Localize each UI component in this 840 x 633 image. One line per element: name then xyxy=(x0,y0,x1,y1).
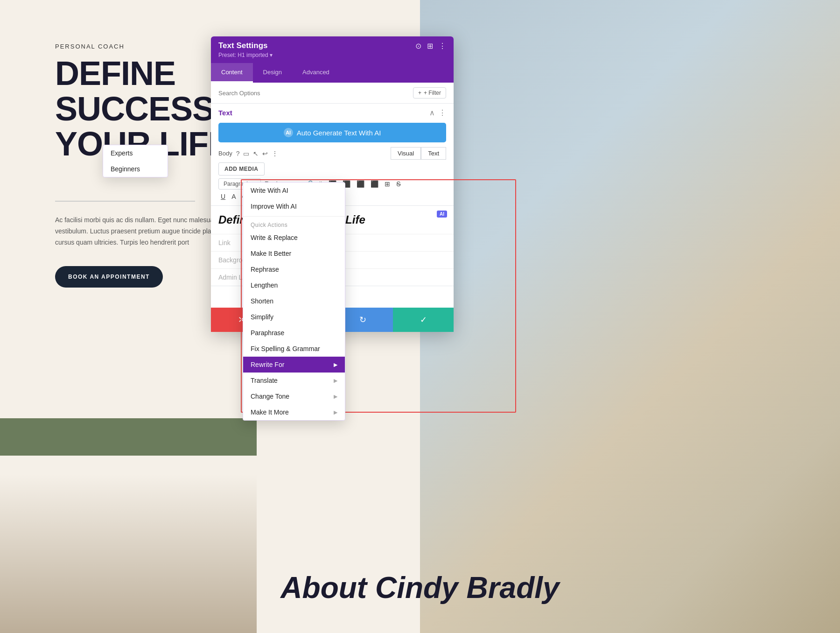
rephrase-label: Rephrase xyxy=(251,266,279,273)
save-action-button[interactable]: ✓ xyxy=(393,308,454,332)
body-label: Body xyxy=(218,150,232,157)
improve-with-ai-label: Improve With AI xyxy=(251,203,297,210)
make-better-label: Make It Better xyxy=(251,250,291,257)
text-section-header: Text ∧ ⋮ xyxy=(211,104,454,120)
tab-content[interactable]: Content xyxy=(211,63,253,83)
visual-mode-button[interactable]: Visual xyxy=(391,147,421,160)
panel-icon-columns[interactable]: ⊞ xyxy=(427,42,433,50)
section-header-icons: ∧ ⋮ xyxy=(429,108,446,117)
dropdown-item-rewrite-for[interactable]: Rewrite For ▶ xyxy=(243,357,345,373)
rewrite-for-submenu: Experts Beginners xyxy=(103,145,168,177)
panel-preset[interactable]: Preset: H1 imported ▾ xyxy=(218,52,446,58)
panel-tabs: Content Design Advanced xyxy=(211,63,454,83)
submenu-item-beginners[interactable]: Beginners xyxy=(103,161,168,177)
panel-icon-target[interactable]: ⊙ xyxy=(415,42,421,50)
site-divider xyxy=(55,201,195,202)
strikethrough-button[interactable]: S xyxy=(394,179,403,189)
dropdown-item-fix-spelling[interactable]: Fix Spelling & Grammar xyxy=(243,341,345,357)
ai-indicator-badge: AI xyxy=(437,211,447,218)
dropdown-item-translate[interactable]: Translate ▶ xyxy=(243,373,345,388)
ai-icon: AI xyxy=(284,128,293,137)
color-button[interactable]: A xyxy=(229,191,238,202)
panel-header-icons: ⊙ ⊞ ⋮ xyxy=(415,42,446,50)
editor-mode-buttons: Visual Text xyxy=(391,147,446,160)
bg-right xyxy=(420,0,840,633)
align-justify-button[interactable]: ⬛ xyxy=(368,179,381,189)
ai-generate-label: Auto Generate Text With AI xyxy=(297,129,381,137)
text-mode-button[interactable]: Text xyxy=(421,147,446,160)
table-button[interactable]: ⊞ xyxy=(382,179,392,189)
site-cta-button[interactable]: BOOK AN APPOINTMENT xyxy=(55,266,163,288)
translate-chevron: ▶ xyxy=(334,378,337,384)
device-icon[interactable]: ▭ xyxy=(243,150,249,157)
more-icon-toolbar[interactable]: ⋮ xyxy=(272,150,278,157)
beginners-label: Beginners xyxy=(111,165,140,173)
align-right-button[interactable]: ⬛ xyxy=(354,179,367,189)
experts-label: Experts xyxy=(111,149,133,157)
cursor-icon[interactable]: ↖ xyxy=(253,150,259,157)
site-bottom-band xyxy=(0,418,257,456)
underline-button[interactable]: U xyxy=(218,191,228,202)
text-section-label: Text xyxy=(218,109,232,117)
panel-header: Text Settings ⊙ ⊞ ⋮ Preset: H1 imported … xyxy=(211,36,454,63)
make-more-label: Make It More xyxy=(251,408,289,416)
rewrite-for-chevron: ▶ xyxy=(334,362,337,368)
dropdown-item-write-with-ai[interactable]: Write With AI xyxy=(243,183,345,198)
toolbar-row1: Body ? ▭ ↖ ↩ ⋮ Visual Text xyxy=(218,147,446,160)
change-tone-label: Change Tone xyxy=(251,393,289,400)
undo-icon[interactable]: ↩ xyxy=(262,150,268,157)
panel-search-bar: + + Filter xyxy=(211,83,454,104)
dropdown-item-make-more[interactable]: Make It More ▶ xyxy=(243,404,345,420)
write-with-ai-label: Write With AI xyxy=(251,187,288,194)
dropdown-item-rephrase[interactable]: Rephrase xyxy=(243,261,345,277)
dropdown-item-improve-with-ai[interactable]: Improve With AI xyxy=(243,198,345,214)
collapse-icon[interactable]: ∧ xyxy=(429,108,435,117)
dropdown-item-simplify[interactable]: Simplify xyxy=(243,309,345,325)
rewrite-for-label: Rewrite For xyxy=(251,361,284,368)
site-personal-coach: PERSONAL COACH xyxy=(55,43,125,50)
site-about-text: About Cindy Bradly xyxy=(280,570,559,605)
write-replace-label: Write & Replace xyxy=(251,234,298,241)
ai-generate-button[interactable]: AI Auto Generate Text With AI xyxy=(218,123,446,142)
change-tone-chevron: ▶ xyxy=(334,394,337,400)
fix-spelling-label: Fix Spelling & Grammar xyxy=(251,345,320,352)
dropdown-item-make-better[interactable]: Make It Better xyxy=(243,246,345,261)
add-media-button[interactable]: ADD MEDIA xyxy=(218,162,265,176)
dropdown-item-write-replace[interactable]: Write & Replace xyxy=(243,230,345,246)
quick-actions-label: Quick Actions xyxy=(243,218,345,230)
dropdown-item-change-tone[interactable]: Change Tone ▶ xyxy=(243,388,345,404)
section-more-icon[interactable]: ⋮ xyxy=(439,108,446,117)
lengthen-label: Lengthen xyxy=(251,281,278,289)
paraphrase-label: Paraphrase xyxy=(251,329,284,337)
dropdown-item-shorten[interactable]: Shorten xyxy=(243,293,345,309)
site-body-text: Ac facilisi morbi quis ac dis nullam. Eg… xyxy=(55,215,232,248)
search-input[interactable] xyxy=(218,90,400,97)
panel-title: Text Settings xyxy=(218,41,267,50)
ai-dropdown-menu: Write With AI Improve With AI Quick Acti… xyxy=(243,182,345,421)
tab-advanced[interactable]: Advanced xyxy=(292,63,340,83)
simplify-label: Simplify xyxy=(251,313,273,321)
redo-icon-bar: ↻ xyxy=(359,315,366,325)
panel-icon-more[interactable]: ⋮ xyxy=(439,42,446,50)
help-icon-sm[interactable]: ? xyxy=(236,150,240,157)
check-icon-bar: ✓ xyxy=(420,315,427,325)
shorten-label: Shorten xyxy=(251,297,273,305)
submenu-item-experts[interactable]: Experts xyxy=(103,145,168,161)
bg-blur-overlay xyxy=(0,474,257,633)
filter-plus-icon: + xyxy=(418,90,421,96)
filter-button[interactable]: + + Filter xyxy=(413,87,446,98)
make-more-chevron: ▶ xyxy=(334,409,337,415)
dropdown-item-lengthen[interactable]: Lengthen xyxy=(243,277,345,293)
dropdown-item-paraphrase[interactable]: Paraphrase xyxy=(243,325,345,341)
dropdown-divider-1 xyxy=(243,216,345,217)
tab-design[interactable]: Design xyxy=(253,63,292,83)
translate-label: Translate xyxy=(251,377,278,384)
